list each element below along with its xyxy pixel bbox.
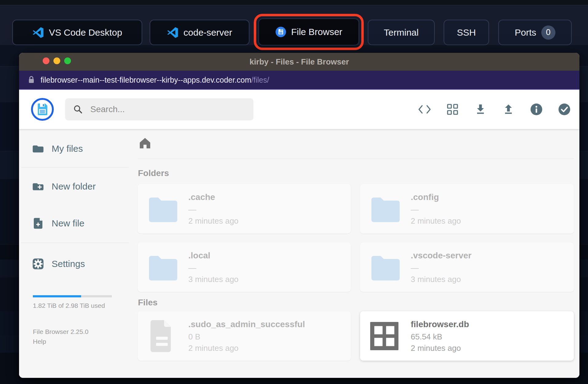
item-name: .config — [411, 192, 461, 202]
upload-icon[interactable] — [502, 103, 515, 116]
ports-button[interactable]: Ports 0 — [498, 20, 572, 45]
item-size: 65.54 kB — [411, 332, 469, 341]
new-folder-icon — [32, 180, 45, 193]
window-title: kirby - Files - File Browser — [19, 53, 579, 71]
grid-view-icon[interactable] — [446, 103, 459, 116]
browser-window: kirby - Files - File Browser filebrowser… — [19, 53, 579, 378]
folder-card-config[interactable]: .config — 2 minutes ago — [360, 184, 574, 233]
vscode-icon — [32, 27, 44, 38]
sidebar-item-settings[interactable]: Settings — [19, 252, 131, 276]
folders-grid: .cache — 2 minutes ago .config — 2 minut… — [138, 184, 574, 292]
vscode-desktop-button[interactable]: VS Code Desktop — [12, 20, 142, 45]
folder-icon — [32, 142, 45, 155]
ssh-label: SSH — [457, 27, 476, 38]
app-header — [19, 90, 579, 129]
header-toolbar — [418, 90, 571, 129]
gear-icon — [32, 257, 45, 270]
code-server-label: code-server — [183, 27, 232, 38]
app-version: File Browser 2.25.0 — [33, 328, 88, 335]
file-listing: Folders .cache — 2 minutes ago — [131, 129, 579, 378]
terminal-button[interactable]: Terminal — [368, 20, 435, 45]
vscode-icon — [167, 27, 178, 38]
item-modified: 3 minutes ago — [411, 275, 472, 284]
folder-icon — [147, 196, 177, 222]
storage-usage-fill — [33, 295, 81, 297]
file-card-sudo-as-admin-successful[interactable]: .sudo_as_admin_successful 0 B 2 minutes … — [138, 311, 351, 361]
url-path: /files/ — [251, 76, 269, 84]
search-bar[interactable] — [65, 98, 253, 120]
files-grid: .sudo_as_admin_successful 0 B 2 minutes … — [138, 311, 574, 361]
item-size: — — [188, 205, 238, 214]
database-file-icon — [369, 322, 400, 350]
help-link[interactable]: Help — [33, 338, 46, 345]
download-icon[interactable] — [474, 103, 487, 116]
file-icon — [147, 319, 177, 353]
folder-card-local[interactable]: .local — 3 minutes ago — [138, 242, 351, 292]
folder-icon — [369, 196, 400, 222]
sidebar-divider — [21, 167, 129, 167]
search-input[interactable] — [90, 104, 253, 115]
sidebar-item-label: Settings — [52, 259, 85, 269]
item-modified: 2 minutes ago — [411, 216, 461, 225]
item-name: .sudo_as_admin_successful — [188, 319, 305, 329]
sidebar-item-new-folder[interactable]: New folder — [19, 174, 131, 198]
url-host: filebrowser--main--test-filebrowser--kir… — [41, 76, 251, 84]
item-modified: 2 minutes ago — [188, 216, 238, 225]
terminal-label: Terminal — [384, 27, 418, 38]
file-browser-button[interactable]: File Browser — [258, 18, 359, 45]
file-card-filebrowser-db[interactable]: filebrowser.db 65.54 kB 2 minutes ago — [360, 311, 574, 361]
item-size: — — [411, 263, 472, 272]
filebrowser-logo[interactable] — [31, 98, 54, 121]
code-server-button[interactable]: code-server — [150, 20, 249, 45]
window-titlebar: kirby - Files - File Browser — [19, 53, 579, 71]
item-modified: 2 minutes ago — [188, 343, 305, 353]
storage-usage-bar — [33, 295, 112, 297]
select-multiple-icon[interactable] — [558, 103, 571, 116]
ports-label: Ports — [515, 27, 536, 38]
breadcrumb-divider — [138, 159, 574, 159]
item-modified: 2 minutes ago — [411, 343, 469, 353]
address-bar[interactable]: filebrowser--main--test-filebrowser--kir… — [19, 71, 579, 90]
info-icon[interactable] — [530, 103, 543, 116]
top-strip — [0, 0, 588, 5]
vscode-desktop-label: VS Code Desktop — [49, 27, 122, 38]
item-name: .vscode-server — [411, 251, 472, 261]
section-header-folders: Folders — [138, 168, 169, 178]
storage-usage-text: 1.82 TiB of 2.98 TiB used — [33, 302, 105, 309]
item-modified: 3 minutes ago — [188, 275, 238, 284]
folder-card-vscode-server[interactable]: .vscode-server — 3 minutes ago — [360, 242, 574, 292]
item-size: 0 B — [188, 332, 305, 341]
code-icon[interactable] — [418, 103, 431, 116]
item-size: — — [411, 205, 461, 214]
sidebar: My files New folder — [19, 129, 131, 378]
item-name: filebrowser.db — [411, 319, 469, 329]
folder-card-cache[interactable]: .cache — 2 minutes ago — [138, 184, 351, 233]
new-file-icon — [32, 217, 45, 230]
ssh-button[interactable]: SSH — [444, 20, 489, 45]
sidebar-divider — [21, 243, 129, 243]
section-header-files: Files — [138, 298, 158, 308]
sidebar-item-label: New file — [52, 218, 84, 229]
sidebar-item-label: My files — [52, 143, 83, 154]
item-size: — — [188, 263, 238, 272]
folder-icon — [369, 254, 400, 280]
ports-count-badge: 0 — [541, 25, 555, 40]
file-browser-label: File Browser — [291, 27, 343, 37]
sidebar-item-label: New folder — [52, 181, 96, 192]
lock-icon — [28, 76, 35, 84]
app-main: My files New folder — [19, 129, 579, 378]
sidebar-item-new-file[interactable]: New file — [19, 211, 131, 235]
breadcrumb-home-icon[interactable] — [139, 137, 151, 150]
file-browser-icon — [275, 26, 286, 37]
sidebar-item-my-files[interactable]: My files — [19, 137, 131, 161]
url-text: filebrowser--main--test-filebrowser--kir… — [41, 76, 269, 84]
search-icon — [73, 104, 83, 114]
folder-icon — [147, 254, 177, 280]
item-name: .local — [188, 251, 238, 261]
item-name: .cache — [188, 192, 238, 202]
